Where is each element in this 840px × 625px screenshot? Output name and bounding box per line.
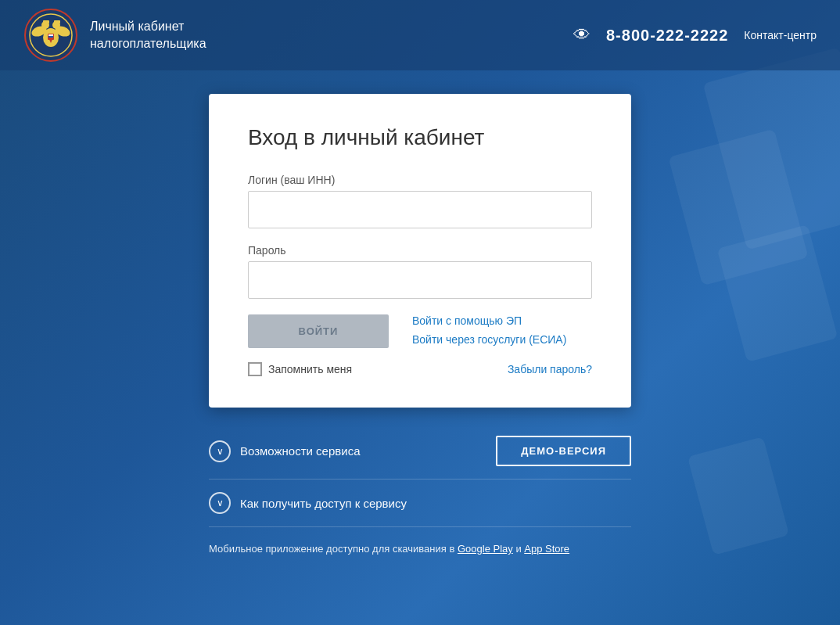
login-label: Логин (ваш ИНН) (248, 174, 592, 186)
remember-row: Запомнить меня Забыли пароль? (248, 362, 592, 376)
app-store-link[interactable]: App Store (524, 543, 569, 555)
mobile-app-text: Мобильное приложение доступно для скачив… (209, 543, 631, 555)
login-input[interactable] (248, 191, 592, 228)
password-label: Пароль (248, 244, 592, 257)
main-content: Вход в личный кабинет Логин (ваш ИНН) Па… (0, 70, 840, 555)
ep-login-link[interactable]: Войти с помощью ЭП (412, 314, 566, 327)
accordion-item-2[interactable]: Как получить доступ к сервису (209, 480, 631, 527)
chevron-down-icon-2 (209, 492, 231, 514)
header-left: Личный кабинет налогоплательщика (23, 8, 206, 63)
password-input[interactable] (248, 261, 592, 299)
accordion-item-1[interactable]: Возможности сервиса ДЕМО-ВЕРСИЯ (209, 423, 631, 480)
accordion-label-1: Возможности сервиса (240, 444, 486, 458)
esia-login-link[interactable]: Войти через госуслуги (ЕСИА) (412, 333, 566, 346)
forgot-password-link[interactable]: Забыли пароль? (508, 363, 592, 375)
login-field-group: Логин (ваш ИНН) (248, 174, 592, 228)
login-card: Вход в личный кабинет Логин (ваш ИНН) Па… (209, 94, 631, 408)
svg-rect-11 (48, 36, 53, 38)
svg-rect-10 (48, 34, 53, 36)
header: Личный кабинет налогоплательщика 👁 8-800… (0, 0, 840, 70)
login-button[interactable]: ВОЙТИ (248, 314, 389, 348)
accordion-label-2: Как получить доступ к сервису (240, 497, 631, 510)
remember-me-checkbox[interactable] (248, 362, 262, 376)
bottom-section: Возможности сервиса ДЕМО-ВЕРСИЯ Как полу… (209, 423, 631, 555)
chevron-down-icon-1 (209, 440, 231, 462)
eye-icon[interactable]: 👁 (573, 25, 591, 45)
header-right: 👁 8-800-222-2222 Контакт-центр (573, 25, 817, 45)
logo-icon (23, 8, 78, 63)
demo-button[interactable]: ДЕМО-ВЕРСИЯ (496, 436, 631, 466)
remember-left: Запомнить меня (248, 362, 352, 376)
google-play-link[interactable]: Google Play (458, 543, 513, 555)
login-title: Вход в личный кабинет (248, 125, 592, 150)
remember-me-label: Запомнить меня (268, 363, 352, 375)
contact-center-link[interactable]: Контакт-центр (744, 29, 817, 41)
alt-login-links: Войти с помощью ЭП Войти через госуслуги… (412, 314, 566, 346)
phone-number: 8-800-222-2222 (606, 27, 728, 45)
header-title: Личный кабинет налогоплательщика (90, 18, 206, 53)
form-actions: ВОЙТИ Войти с помощью ЭП Войти через гос… (248, 314, 592, 348)
svg-rect-12 (48, 38, 53, 39)
password-field-group: Пароль (248, 244, 592, 299)
svg-rect-8 (54, 20, 60, 23)
svg-rect-7 (43, 20, 49, 23)
